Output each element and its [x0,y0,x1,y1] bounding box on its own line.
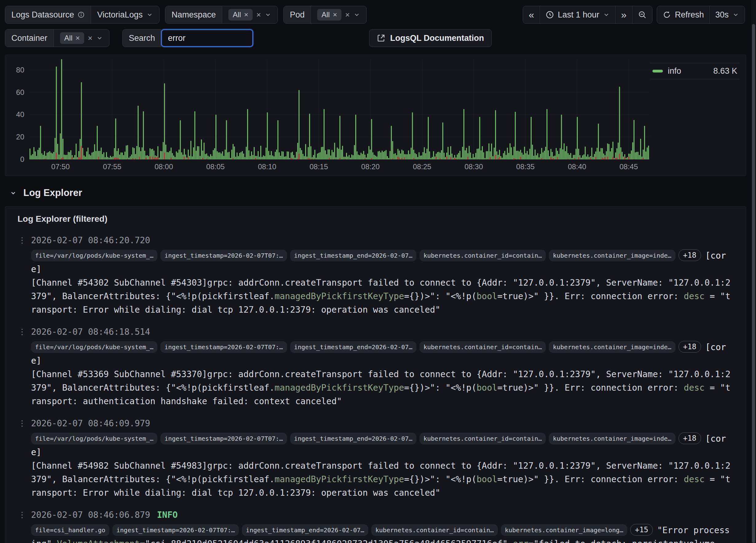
toolbar-row-1: Logs Datasource VictoriaLogs Namespace A… [5,6,745,24]
row-menu-icon[interactable]: ⋮ [18,236,26,245]
log-label-chip[interactable]: kubernetes.container_id=contain… [419,433,546,444]
log-message-segment: managedByPickfirstKeyType [274,474,404,484]
svg-text:08:45: 08:45 [620,163,638,171]
log-message-segment: VolumeAttachment [57,539,140,543]
refresh-group: Refresh 30s [657,6,745,24]
datasource-value: VictoriaLogs [97,10,143,20]
more-labels-button[interactable]: +18 [679,432,701,444]
clear-selection-icon[interactable]: × [88,34,93,42]
time-controls: « Last 1 hour » Refresh 30s [523,6,745,24]
pod-chip-all[interactable]: All× [317,9,341,21]
log-label-chip[interactable]: ingest_timestamp_end=2026-02-07… [290,433,416,444]
log-explorer-panel: Log Explorer (filtered) ⋮2026-02-07 08:4… [5,207,746,543]
log-label-chip[interactable]: ingest_timestamp=2026-02-07T07:… [160,250,287,262]
log-label-chip[interactable]: kubernetes.container_image=long… [501,524,627,536]
log-message-segment: =true)>" }}. Err: connection error: [497,291,684,301]
datasource-select[interactable]: VictoriaLogs [91,6,159,23]
container-label-text: Container [11,33,47,43]
more-labels-button[interactable]: +18 [679,341,701,352]
chevron-down-icon [732,11,739,18]
time-shift-forward-button[interactable]: » [616,6,632,23]
svg-text:08:10: 08:10 [258,163,276,171]
namespace-filter: Namespace All× × [165,6,278,24]
log-label-chip[interactable]: ingest_timestamp_end=2026-02-07… [242,524,368,536]
log-message-segment: desc [684,383,704,393]
log-label-chip[interactable]: ingest_timestamp=2026-02-07T07:… [160,341,287,353]
log-label-chip[interactable]: kubernetes.container_id=contain… [371,524,498,536]
zoom-out-button[interactable] [632,6,652,23]
namespace-select[interactable]: All× × [222,6,278,23]
svg-text:60: 60 [16,88,24,96]
clear-selection-icon[interactable]: × [256,11,261,19]
svg-text:07:50: 07:50 [51,163,70,171]
log-label-chip[interactable]: kubernetes.container_image=inde… [549,433,675,444]
refresh-interval-text: 30s [715,10,729,20]
chevron-down-icon[interactable] [265,11,271,18]
log-message-segment: desc [684,474,704,484]
time-range-group: « Last 1 hour » [523,6,652,24]
chip-remove-icon[interactable]: × [333,11,337,18]
svg-text:08:35: 08:35 [516,163,535,171]
log-label-chip[interactable]: kubernetes.container_id=contain… [419,250,546,262]
row-menu-icon[interactable]: ⋮ [18,419,26,428]
log-label-chip[interactable]: kubernetes.container_image=inde… [549,250,675,262]
pod-filter: Pod All× × [283,6,367,24]
legend-series-label[interactable]: info [668,66,681,76]
refresh-interval-picker[interactable]: 30s [710,6,745,23]
namespace-chip-all[interactable]: All× [228,9,253,21]
log-label-chip[interactable]: ingest_timestamp=2026-02-07T07:… [160,433,287,444]
log-entry: ⋮2026-02-07 08:46:06.879INFOfile=csi_han… [18,510,734,543]
container-select[interactable]: All× × [54,30,109,47]
log-label-chip[interactable]: ingest_timestamp_end=2026-02-07… [290,250,416,262]
timeseries-plot[interactable]: 02040608007:5007:5508:0008:0508:1008:150… [5,55,746,176]
chevron-down-icon[interactable] [96,35,103,41]
logsql-docs-button[interactable]: LogsQL Documentation [369,29,492,47]
toolbar-row-2: Container All× × Search LogsQL Documenta… [5,29,745,47]
log-label-chip[interactable]: ingest_timestamp_end=2026-02-07… [290,341,416,353]
time-range-text: Last 1 hour [558,10,599,20]
log-message-segment: bool [477,383,497,393]
log-message-segment: ={})>": "<%!p( [404,383,477,393]
log-label-chip[interactable]: file=csi_handler.go [31,524,109,536]
logs-volume-panel: 02040608007:5007:5508:0008:0508:1008:150… [5,55,746,176]
log-label-chip[interactable]: kubernetes.container_image=inde… [549,341,675,353]
refresh-label: Refresh [675,10,704,20]
log-entry-body: file=/var/log/pods/kube-system_…ingest_t… [31,340,734,408]
log-message-segment: ={})>": "<%!p( [404,474,477,484]
svg-text:08:00: 08:00 [155,163,173,171]
clock-icon [545,10,554,19]
chevron-down-icon[interactable] [353,11,360,18]
time-shift-back-button[interactable]: « [523,6,540,23]
log-label-chip[interactable]: ingest_timestamp=2026-02-07T07:… [112,524,239,536]
search-input[interactable] [161,29,253,47]
more-labels-button[interactable]: +18 [679,250,701,261]
scrollbar-thumb[interactable] [752,24,755,543]
log-timestamp: 2026-02-07 08:46:20.720 [31,235,150,246]
log-label-chip[interactable]: file=/var/log/pods/kube-system_… [31,433,157,444]
time-range-picker[interactable]: Last 1 hour [540,6,615,23]
container-chip-all[interactable]: All× [60,32,84,44]
chip-remove-icon[interactable]: × [76,34,80,42]
svg-text:08:40: 08:40 [568,163,586,171]
log-entry: ⋮2026-02-07 08:46:09.979file=/var/log/po… [18,418,734,500]
clear-selection-icon[interactable]: × [345,11,350,19]
more-labels-button[interactable]: +15 [630,524,653,536]
refresh-button[interactable]: Refresh [657,6,710,23]
log-entry-body: file=/var/log/pods/kube-system_…ingest_t… [31,249,734,317]
pod-select[interactable]: All× × [311,6,366,23]
log-timestamp: 2026-02-07 08:46:09.979 [31,418,150,429]
row-menu-icon[interactable]: ⋮ [18,327,26,336]
chip-remove-icon[interactable]: × [244,11,248,18]
log-explorer-section-toggle[interactable]: Log Explorer [9,185,82,201]
log-label-chip[interactable]: file=/var/log/pods/kube-system_… [31,250,157,262]
svg-text:20: 20 [16,133,24,141]
row-menu-icon[interactable]: ⋮ [18,510,26,519]
log-label-chip[interactable]: kubernetes.container_id=contain… [419,341,546,353]
log-label-chip[interactable]: file=/var/log/pods/kube-system_… [31,341,157,353]
container-label: Container [5,30,54,47]
search-label: Search [123,30,161,47]
log-message-segment: desc [684,291,704,301]
chip-text: All [321,10,330,19]
info-icon[interactable] [78,11,85,18]
legend-series-marker [652,70,663,73]
